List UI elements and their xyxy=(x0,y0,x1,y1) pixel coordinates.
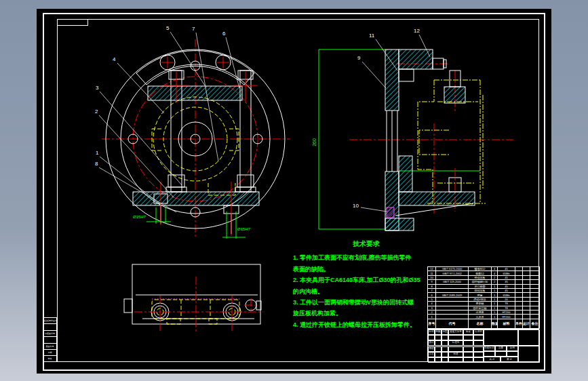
callout-4: 4 xyxy=(113,56,116,62)
magenta-part xyxy=(387,207,394,218)
callout-12: 12 xyxy=(414,28,420,34)
cad-viewport[interactable]: 借(通)用件登记旧底图总号底图总号日期签名 技术要求 1. 零件加工表面不应有划… xyxy=(0,0,588,381)
callout-3: 3 xyxy=(96,85,99,91)
callout-8: 8 xyxy=(95,161,98,167)
callout-10: 10 xyxy=(353,203,359,209)
section-view: 260 xyxy=(312,28,513,230)
bottom-view-outline xyxy=(124,264,261,324)
callout-11: 11 xyxy=(369,33,375,39)
front-view-leaders xyxy=(99,32,239,212)
front-view-crosses xyxy=(161,56,258,236)
callout-5: 5 xyxy=(166,25,170,31)
bottom-view xyxy=(124,264,263,332)
lower-clamp-plate xyxy=(133,192,259,205)
callout-9: 9 xyxy=(357,55,361,61)
front-view: Ø15H7 Ø15H7 5 7 6 4 3 2 1 8 xyxy=(95,25,290,239)
dim-pin-left: Ø15H7 xyxy=(133,215,146,219)
callout-2: 2 xyxy=(95,108,98,115)
callout-1: 1 xyxy=(96,150,99,156)
dim-overall: 260 xyxy=(312,138,317,146)
pin-dimensions xyxy=(146,207,246,239)
dim-pin-right: Ø15H7 xyxy=(237,227,251,231)
callout-6: 6 xyxy=(222,31,226,37)
front-view-centerlines xyxy=(102,39,290,239)
drawing-canvas[interactable]: Ø15H7 Ø15H7 5 7 6 4 3 2 1 8 xyxy=(0,0,588,381)
callout-7: 7 xyxy=(192,26,195,32)
section-centerlines xyxy=(349,64,513,214)
upper-clamp-plate xyxy=(148,86,242,100)
